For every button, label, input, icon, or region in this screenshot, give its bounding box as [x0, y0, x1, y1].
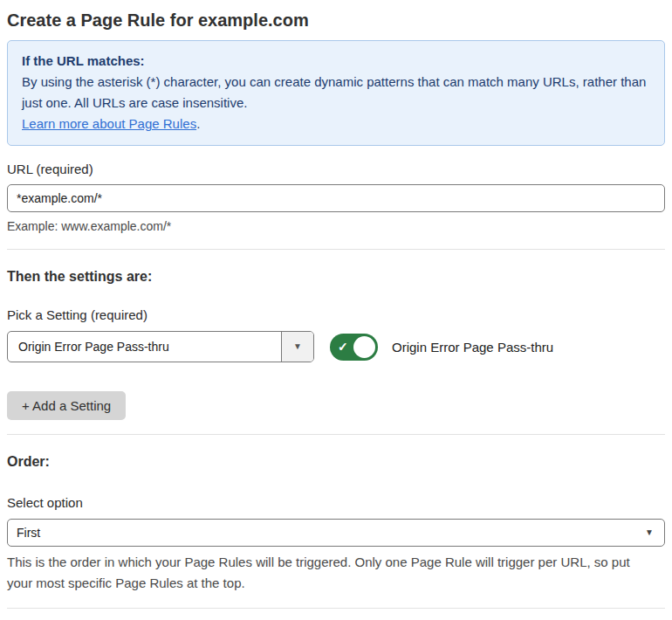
divider: [7, 249, 665, 250]
url-input[interactable]: [7, 184, 665, 212]
url-helper-text: Example: www.example.com/*: [7, 217, 665, 235]
url-field-label: URL (required): [7, 161, 665, 178]
info-box-body: By using the asterisk (*) character, you…: [22, 72, 650, 114]
setting-toggle-label: Origin Error Page Pass-thru: [392, 340, 553, 355]
info-box-link-line: Learn more about Page Rules.: [22, 114, 650, 134]
info-box-heading: If the URL matches:: [22, 51, 650, 72]
order-section-heading: Order:: [7, 453, 665, 471]
url-match-info-box: If the URL matches: By using the asteris…: [7, 40, 665, 146]
chevron-down-icon: ▼: [645, 528, 654, 537]
order-select-value: First: [17, 526, 40, 540]
divider: [7, 608, 665, 609]
setting-toggle[interactable]: ✓: [330, 334, 378, 361]
setting-picker-arrow-button[interactable]: ▼: [281, 332, 313, 362]
setting-picker-value: Origin Error Page Pass-thru: [8, 332, 281, 362]
order-select[interactable]: First ▼: [7, 519, 665, 547]
pick-setting-label: Pick a Setting (required): [7, 307, 665, 324]
chevron-down-icon: ▼: [293, 342, 302, 351]
order-helper-text: This is the order in which your Page Rul…: [7, 552, 653, 594]
toggle-check-icon: ✓: [338, 341, 348, 353]
setting-row: Origin Error Page Pass-thru ▼ ✓ Origin E…: [7, 331, 665, 362]
toggle-knob: [353, 336, 375, 358]
learn-more-link[interactable]: Learn more about Page Rules: [22, 116, 196, 131]
divider: [7, 434, 665, 435]
page-rule-form: Create a Page Rule for example.com If th…: [0, 0, 672, 620]
link-suffix: .: [196, 116, 200, 131]
page-title: Create a Page Rule for example.com: [7, 7, 665, 33]
settings-section-heading: Then the settings are:: [7, 268, 665, 286]
setting-picker-dropdown[interactable]: Origin Error Page Pass-thru ▼: [7, 331, 314, 362]
add-setting-button[interactable]: + Add a Setting: [7, 391, 126, 420]
order-select-label: Select option: [7, 494, 665, 512]
